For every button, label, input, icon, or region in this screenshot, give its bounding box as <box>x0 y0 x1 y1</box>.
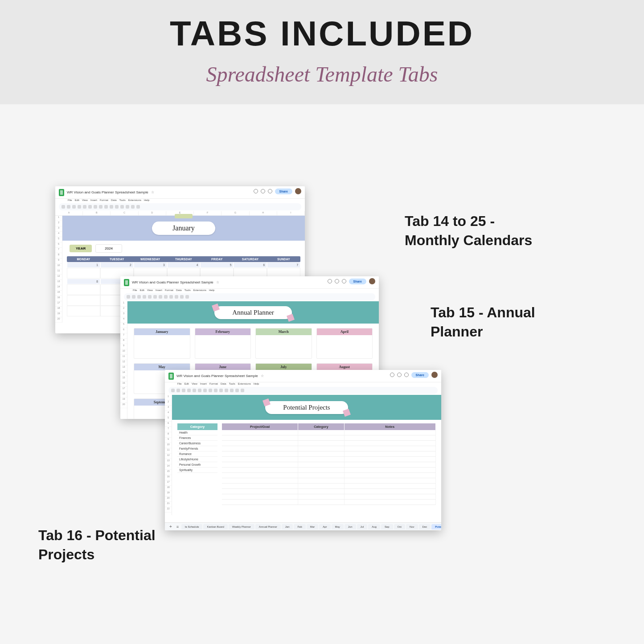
sheet-tab[interactable]: Mar <box>307 524 318 529</box>
sheet-tab[interactable]: Jan <box>282 524 293 529</box>
share-button[interactable]: Share <box>275 189 292 194</box>
annual-title: Annual Planner <box>214 306 292 319</box>
tape-decoration <box>175 214 193 218</box>
projects-title: Potential Projects <box>265 401 348 414</box>
sheet-tab[interactable]: Weekly Planner <box>229 524 254 529</box>
menu-bar[interactable]: FileEditViewInsertFormatDataToolsExtensi… <box>55 199 305 202</box>
january-banner: January <box>62 216 305 241</box>
menu-bar[interactable]: FileEditViewInsertFormatDataToolsExtensi… <box>165 382 441 386</box>
doc-title: WR Vision and Goals Planner Spreadsheet … <box>176 374 258 378</box>
toolbar[interactable] <box>59 203 301 210</box>
page-title: TABS INCLUDED <box>0 13 644 54</box>
doc-title: WR Vision and Goals Planner Spreadsheet … <box>132 280 213 284</box>
sheets-titlebar: WR Vision and Goals Planner Spreadsheet … <box>165 370 441 382</box>
annual-banner: Annual Planner <box>127 301 379 324</box>
sheet-tab[interactable]: Jun <box>345 524 356 529</box>
sheet-tab[interactable]: Apr <box>319 524 330 529</box>
sheets-icon <box>124 279 129 286</box>
caption-annual: Tab 15 - AnnualPlanner <box>431 303 535 341</box>
avatar[interactable] <box>369 278 375 284</box>
menu-bar[interactable]: FileEditViewInsertFormatDataToolsExtensi… <box>120 289 379 292</box>
comment-icon[interactable] <box>335 279 339 283</box>
caption-projects: Tab 16 - PotentialProjects <box>38 526 156 564</box>
sheets-icon <box>168 373 174 380</box>
history-icon[interactable] <box>390 373 394 377</box>
page-subtitle: Spreadsheet Template Tabs <box>0 62 644 86</box>
meet-icon[interactable] <box>342 279 346 283</box>
sheets-icon <box>59 189 64 196</box>
toolbar[interactable] <box>168 387 438 394</box>
add-sheet-icon[interactable]: + <box>168 524 174 529</box>
sheet-tab[interactable]: le Schedule <box>181 524 202 529</box>
doc-title: WR Vision and Goals Planner Spreadsheet … <box>67 190 148 194</box>
row-numbers: 1234567891011121314151617181920 <box>120 301 127 419</box>
share-button[interactable]: Share <box>411 372 429 378</box>
row-numbers: 1234567891011121314151617181920 <box>55 216 62 323</box>
star-icon[interactable]: ☆ <box>261 374 264 378</box>
sheet-tab[interactable]: Jul <box>357 524 368 529</box>
year-label: YEAR <box>70 245 92 252</box>
meet-icon[interactable] <box>404 373 409 377</box>
history-icon[interactable] <box>328 279 332 283</box>
sheets-titlebar: WR Vision and Goals Planner Spreadsheet … <box>55 186 305 199</box>
projects-table[interactable]: Project/Goal Category Notes <box>222 423 436 505</box>
sheet-tab[interactable]: May <box>332 524 344 529</box>
star-icon[interactable]: ☆ <box>151 190 154 194</box>
january-title: January <box>152 222 215 235</box>
header-band: TABS INCLUDED Spreadsheet Template Tabs <box>0 0 644 104</box>
projects-banner: Potential Projects <box>172 395 441 420</box>
sheet-tabs-bar[interactable]: + ≡ le Schedule Kanban Board Weekly Plan… <box>165 522 441 530</box>
meet-icon[interactable] <box>268 189 272 193</box>
sheet-tab[interactable]: Annual Planner <box>255 524 281 529</box>
comment-icon[interactable] <box>397 373 402 377</box>
share-button[interactable]: Share <box>349 279 366 284</box>
sheet-tab[interactable]: Nov <box>406 524 418 529</box>
year-value[interactable]: 2024 <box>95 244 122 253</box>
calendar-row-1: 1234567 <box>67 262 300 268</box>
comment-icon[interactable] <box>261 189 265 193</box>
sheet-tab[interactable]: Feb <box>294 524 305 529</box>
history-icon[interactable] <box>254 189 258 193</box>
row-numbers: 12345678910111213141516171819202122 <box>165 395 172 515</box>
sheet-tab[interactable]: Sep <box>381 524 393 529</box>
sheet-tab[interactable]: Oct <box>394 524 405 529</box>
sheet-tab-active[interactable]: Potential Projects <box>431 524 441 529</box>
sheets-titlebar: WR Vision and Goals Planner Spreadsheet … <box>120 276 379 289</box>
screenshot-projects: WR Vision and Goals Planner Spreadsheet … <box>165 370 441 530</box>
dow-header: MONDAYTUESDAYWEDNESDAYTHURSDAYFRIDAYSATU… <box>67 256 300 262</box>
star-icon[interactable]: ☆ <box>216 280 219 284</box>
toolbar[interactable] <box>124 293 375 300</box>
sheet-tab[interactable]: Kanban Board <box>203 524 227 529</box>
category-legend: Category Health Finances Career/Business… <box>177 423 217 505</box>
sheet-tab[interactable]: Dec <box>419 524 431 529</box>
avatar[interactable] <box>431 372 438 378</box>
sheet-tab[interactable]: Aug <box>368 524 380 529</box>
avatar[interactable] <box>295 188 301 194</box>
all-sheets-icon[interactable]: ≡ <box>175 525 180 529</box>
caption-monthly: Tab 14 to 25 -Monthly Calendars <box>405 212 532 250</box>
